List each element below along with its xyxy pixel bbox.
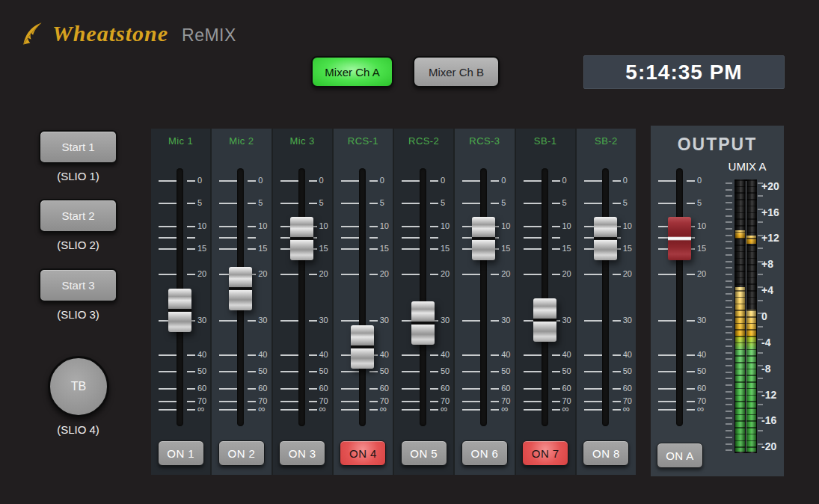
product-name: ReMIX (182, 24, 236, 44)
channel-on-button[interactable]: ON 6 (461, 440, 508, 466)
meter-scale-label: -20 (761, 440, 776, 452)
fader-track[interactable] (480, 168, 487, 426)
channel-label: SB-2 (577, 135, 636, 149)
output-title: OUTPUT (651, 135, 784, 155)
meter-bar (746, 310, 756, 452)
fader-knob[interactable] (668, 217, 691, 260)
meter-scale-label: 0 (761, 310, 767, 322)
channel-fader[interactable]: 051015203040506070∞ (394, 168, 453, 426)
channel-strip: RCS-2 051015203040506070∞ ON 5 (393, 129, 453, 475)
fader-knob[interactable] (168, 289, 191, 332)
channel-label: Mic 2 (212, 135, 271, 149)
slio-1-label: (SLIO 1) (39, 170, 117, 183)
output-panel: OUTPUT 051015203040506070∞ UMIX A ON A +… (651, 126, 784, 476)
meter-peak-segment (735, 230, 745, 239)
wheatstone-feather-icon (19, 21, 48, 46)
fader-knob[interactable] (351, 325, 374, 369)
channel-strip: Mic 1 051015203040506070∞ ON 1 (151, 129, 210, 475)
channel-strip: RCS-1 051015203040506070∞ ON 4 (332, 129, 393, 475)
meter-scale-label: +20 (761, 180, 779, 192)
meter-channel-separator (746, 181, 746, 452)
fader-track[interactable] (602, 168, 609, 426)
meter-peak-segment (746, 236, 756, 244)
fader-knob[interactable] (594, 217, 617, 260)
channel-fader[interactable]: 051015203040506070∞ (151, 168, 210, 426)
fader-knob[interactable] (290, 217, 313, 260)
channel-label: RCS-1 (334, 135, 393, 149)
channel-on-button[interactable]: ON 1 (158, 440, 204, 466)
fader-knob[interactable] (533, 298, 556, 342)
fader-track[interactable] (676, 168, 683, 426)
channel-strip: Mic 2 051015203040506070∞ ON 2 (210, 129, 271, 475)
meter-scale-label: +4 (761, 284, 773, 296)
fader-knob[interactable] (229, 267, 252, 310)
meter-channel-right (746, 179, 756, 453)
meter-scale-label: +16 (761, 206, 779, 218)
start-1-button[interactable]: Start 1 (39, 130, 117, 164)
meter-minor-ticks-left (726, 179, 732, 453)
meter-source-label: UMIX A (722, 160, 773, 173)
start-3-button[interactable]: Start 3 (39, 268, 117, 302)
output-on-button[interactable]: ON A (657, 443, 703, 468)
channel-fader[interactable]: 051015203040506070∞ (273, 168, 332, 426)
channel-label: Mic 1 (151, 135, 210, 149)
output-level-meter (734, 179, 757, 453)
fader-track[interactable] (420, 168, 426, 426)
channel-fader[interactable]: 051015203040506070∞ (334, 168, 393, 426)
channel-label: SB-1 (516, 135, 575, 149)
channel-strip: SB-1 051015203040506070∞ ON 7 (515, 129, 575, 475)
output-fader[interactable]: 051015203040506070∞ (651, 168, 729, 426)
meter-channel-left (735, 179, 745, 453)
channel-fader[interactable]: 051015203040506070∞ (516, 168, 575, 426)
channel-fader[interactable]: 051015203040506070∞ (455, 168, 514, 426)
channel-strips-panel: Mic 1 051015203040506070∞ ON 1 Mic 2 051… (151, 129, 636, 475)
tab-mixer-ch-b[interactable]: Mixer Ch B (413, 56, 500, 87)
fader-knob[interactable] (411, 301, 435, 345)
fader-track[interactable] (298, 168, 305, 426)
brand-name: Wheatstone (52, 22, 168, 45)
channel-on-button[interactable]: ON 3 (279, 440, 325, 466)
talkback-button[interactable]: TB (48, 356, 109, 417)
fader-track[interactable] (542, 168, 548, 426)
channel-strip: RCS-3 051015203040506070∞ ON 6 (453, 129, 514, 475)
channel-on-button[interactable]: ON 8 (583, 440, 629, 466)
slio-3-label: (SLIO 3) (39, 308, 117, 322)
channel-on-button[interactable]: ON 7 (522, 440, 568, 466)
channel-fader[interactable]: 051015203040506070∞ (577, 168, 636, 426)
tab-mixer-ch-a[interactable]: Mixer Ch A (311, 56, 393, 87)
meter-scale-label: -12 (761, 389, 776, 401)
channel-label: Mic 3 (273, 135, 332, 149)
channel-on-button[interactable]: ON 2 (218, 440, 265, 466)
channel-on-button[interactable]: ON 5 (401, 440, 447, 466)
slio-4-label: (SLIO 4) (39, 423, 117, 437)
channel-on-button[interactable]: ON 4 (340, 440, 386, 466)
meter-scale-label: -16 (761, 414, 776, 426)
clock-display: 5:14:35 PM (583, 55, 785, 89)
channel-label: RCS-3 (455, 135, 514, 149)
channel-strip: SB-2 051015203040506070∞ ON 8 (575, 129, 636, 475)
meter-scale-label: +12 (761, 232, 779, 244)
meter-scale-label: +8 (761, 258, 773, 270)
app-logo: Wheatstone ReMIX (19, 21, 236, 46)
meter-bar (735, 287, 745, 452)
slio-2-label: (SLIO 2) (39, 239, 117, 252)
channel-label: RCS-2 (394, 135, 453, 149)
meter-scale-label: -4 (761, 336, 770, 348)
meter-scale-label: -8 (761, 363, 770, 375)
fader-knob[interactable] (472, 217, 495, 260)
fader-track[interactable] (359, 168, 366, 426)
channel-strip: Mic 3 051015203040506070∞ ON 3 (272, 129, 332, 475)
channel-fader[interactable]: 051015203040506070∞ (212, 168, 271, 426)
start-2-button[interactable]: Start 2 (39, 199, 117, 233)
